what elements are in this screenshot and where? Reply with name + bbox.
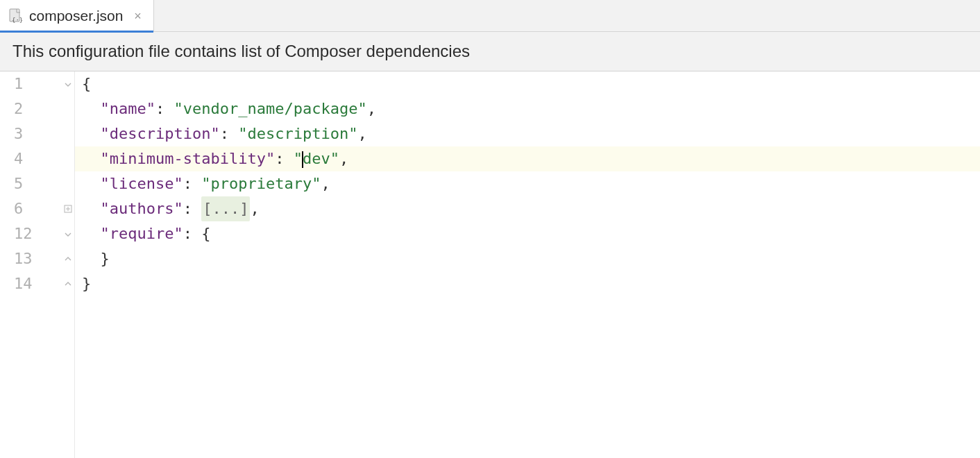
- editor: 1 2 3 4 5 6 12 13 14: [0, 71, 980, 458]
- fold-expand-icon[interactable]: [63, 204, 73, 214]
- code-line-active[interactable]: "minimum-stability": "dev",: [75, 146, 980, 171]
- svg-text:{·}: {·}: [12, 17, 23, 24]
- fold-marker-up-icon[interactable]: [63, 279, 73, 289]
- fold-marker-icon[interactable]: [63, 229, 73, 239]
- code-line[interactable]: "authors": [...],: [75, 196, 980, 221]
- code-line[interactable]: "license": "proprietary",: [75, 171, 980, 196]
- brace-open: {: [82, 71, 91, 96]
- line-number: 2: [0, 96, 74, 121]
- line-number: 3: [0, 121, 74, 146]
- code-area[interactable]: { "name": "vendor_name/package", "descri…: [75, 71, 980, 458]
- tab-composer-json[interactable]: {·} composer.json ×: [0, 0, 154, 32]
- line-number: 13: [0, 246, 74, 271]
- brace-close: }: [82, 271, 91, 296]
- json-file-icon: {·}: [7, 8, 24, 24]
- line-number: 12: [0, 221, 74, 246]
- info-banner: This configuration file contains list of…: [0, 32, 980, 71]
- line-number: 4: [0, 146, 74, 171]
- close-icon[interactable]: ×: [131, 10, 144, 22]
- tab-label: composer.json: [29, 8, 123, 24]
- code-line[interactable]: }: [75, 246, 980, 271]
- fold-marker-up-icon[interactable]: [63, 254, 73, 264]
- banner-text: This configuration file contains list of…: [12, 42, 470, 61]
- line-number: 1: [0, 71, 74, 96]
- fold-marker-icon[interactable]: [63, 79, 73, 89]
- code-line[interactable]: }: [75, 271, 980, 296]
- code-line[interactable]: "description": "description",: [75, 121, 980, 146]
- folded-region[interactable]: [...]: [201, 196, 250, 221]
- line-number: 14: [0, 271, 74, 296]
- line-number: 6: [0, 196, 74, 221]
- line-number: 5: [0, 171, 74, 196]
- text-caret: [302, 151, 303, 168]
- code-line[interactable]: {: [75, 71, 980, 96]
- code-line[interactable]: "require": {: [75, 221, 980, 246]
- gutter: 1 2 3 4 5 6 12 13 14: [0, 71, 75, 458]
- tab-bar: {·} composer.json ×: [0, 0, 980, 32]
- code-line[interactable]: "name": "vendor_name/package",: [75, 96, 980, 121]
